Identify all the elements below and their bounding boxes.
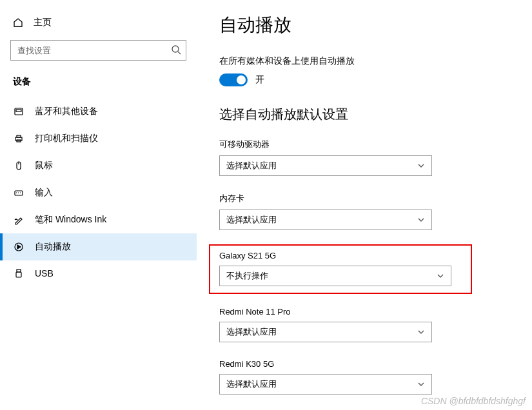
- highlighted-device-block: Galaxy S21 5G 不执行操作: [209, 244, 472, 294]
- device-block: 可移动驱动器 选择默认应用: [219, 136, 513, 179]
- device-label: Redmi Note 11 Pro: [219, 307, 513, 317]
- sidebar-item-label: 笔和 Windows Ink: [35, 214, 106, 226]
- toggle-description: 在所有媒体和设备上使用自动播放: [219, 55, 513, 67]
- device-block: 内存卡 选择默认应用: [219, 190, 513, 233]
- sidebar-item-label: 蓝牙和其他设备: [35, 106, 98, 117]
- sidebar-item-label: 输入: [35, 187, 53, 199]
- device-dropdown[interactable]: 选择默认应用: [219, 374, 432, 395]
- play-icon: [13, 242, 25, 252]
- page-title: 自动播放: [219, 13, 513, 37]
- chevron-down-icon: [417, 162, 425, 170]
- device-dropdown[interactable]: 选择默认应用: [219, 322, 432, 342]
- device-dropdown[interactable]: 不执行操作: [219, 266, 451, 286]
- device-label: 内存卡: [219, 193, 513, 204]
- dropdown-value: 选择默认应用: [226, 378, 277, 390]
- mouse-icon: [13, 161, 25, 171]
- sidebar-item-bluetooth[interactable]: 蓝牙和其他设备: [0, 98, 197, 125]
- toggle-row: 开: [219, 73, 513, 86]
- device-block: Redmi K30 5G 选择默认应用: [219, 356, 513, 397]
- search-icon: [171, 44, 181, 55]
- svg-rect-5: [17, 135, 21, 137]
- home-link[interactable]: 主页: [0, 12, 197, 34]
- section-title: 设备: [0, 72, 197, 98]
- svg-rect-16: [16, 272, 21, 277]
- sidebar-item-label: 鼠标: [35, 160, 53, 171]
- chevron-down-icon: [417, 216, 425, 224]
- svg-point-0: [172, 46, 179, 52]
- home-icon: [13, 17, 23, 28]
- svg-marker-14: [17, 245, 21, 249]
- dropdown-value: 选择默认应用: [226, 326, 277, 338]
- device-label: 可移动驱动器: [219, 139, 513, 150]
- chevron-down-icon: [417, 328, 425, 336]
- svg-rect-3: [16, 110, 21, 112]
- sidebar-item-printers[interactable]: 打印机和扫描仪: [0, 125, 197, 152]
- sidebar-item-label: 自动播放: [35, 241, 71, 253]
- search-box[interactable]: [10, 40, 186, 61]
- pen-icon: [13, 215, 25, 225]
- device-block: Redmi Note 11 Pro 选择默认应用: [219, 304, 513, 345]
- printer-icon: [13, 133, 25, 144]
- device-label: Redmi K30 5G: [219, 359, 513, 369]
- section-heading: 选择自动播放默认设置: [219, 106, 513, 123]
- bluetooth-icon: [13, 106, 25, 117]
- dropdown-value: 选择默认应用: [226, 160, 277, 171]
- toggle-state-label: 开: [255, 74, 264, 86]
- dropdown-value: 选择默认应用: [226, 214, 277, 226]
- sidebar-item-pen[interactable]: 笔和 Windows Ink: [0, 206, 197, 233]
- sidebar-item-label: USB: [35, 268, 54, 278]
- sidebar: 主页 设备 蓝牙和其他设备 打印机和扫描仪 鼠标 输入 笔和 Windows I…: [0, 0, 197, 410]
- sidebar-item-autoplay[interactable]: 自动播放: [0, 233, 197, 260]
- device-label: Galaxy S21 5G: [219, 251, 451, 260]
- device-dropdown[interactable]: 选择默认应用: [219, 210, 432, 230]
- home-label: 主页: [34, 17, 52, 28]
- chevron-down-icon: [437, 272, 444, 280]
- keyboard-icon: [13, 188, 25, 198]
- usb-icon: [13, 268, 25, 278]
- sidebar-item-mouse[interactable]: 鼠标: [0, 152, 197, 179]
- sidebar-item-typing[interactable]: 输入: [0, 179, 197, 206]
- device-dropdown[interactable]: 选择默认应用: [219, 155, 432, 176]
- svg-rect-15: [17, 269, 21, 272]
- dropdown-value: 不执行操作: [226, 270, 268, 282]
- main-content: 自动播放 在所有媒体和设备上使用自动播放 开 选择自动播放默认设置 可移动驱动器…: [197, 0, 532, 410]
- autoplay-toggle[interactable]: [219, 73, 248, 86]
- sidebar-item-usb[interactable]: USB: [0, 260, 197, 286]
- chevron-down-icon: [417, 380, 425, 388]
- sidebar-item-label: 打印机和扫描仪: [35, 133, 98, 144]
- search-input[interactable]: [10, 40, 186, 61]
- svg-line-1: [178, 52, 181, 54]
- nav-list: 蓝牙和其他设备 打印机和扫描仪 鼠标 输入 笔和 Windows Ink 自动播…: [0, 98, 197, 286]
